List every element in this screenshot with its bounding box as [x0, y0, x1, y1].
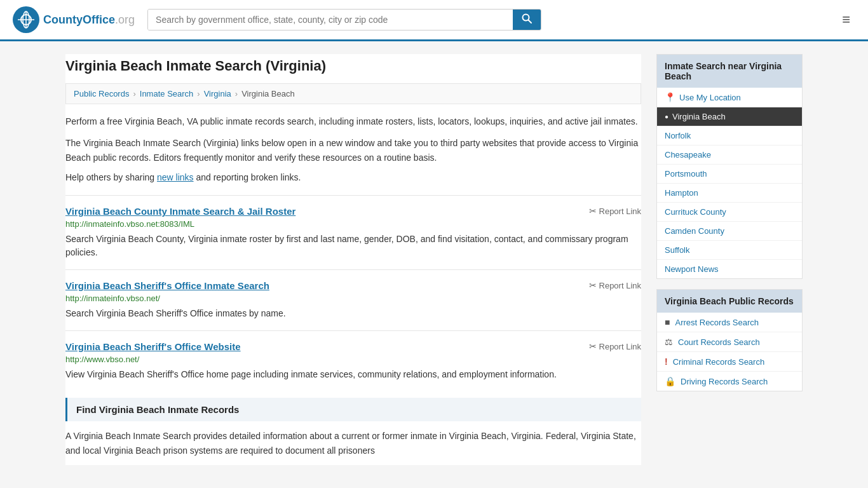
new-links[interactable]: new links: [157, 172, 194, 182]
breadcrumb: Public Records › Inmate Search › Virgini…: [65, 83, 641, 104]
court-icon: ⚖: [665, 337, 673, 347]
sidebar-driving-records[interactable]: 🔒 Driving Records Search: [657, 372, 802, 391]
result-header-3: Virginia Beach Sheriff's Office Website …: [65, 341, 641, 352]
result-url-3[interactable]: http://www.vbso.net/: [65, 355, 641, 364]
location-icon: 📍: [665, 92, 675, 102]
sidebar-item-virginia-beach[interactable]: ● Virginia Beach: [657, 107, 802, 126]
result-title-2[interactable]: Virginia Beach Sheriff's Office Inmate S…: [65, 280, 269, 291]
sidebar-criminal-records[interactable]: ! Criminal Records Search: [657, 352, 802, 372]
sidebar-item-chesapeake[interactable]: Chesapeake: [657, 146, 802, 165]
result-card-3: Virginia Beach Sheriff's Office Website …: [65, 330, 641, 391]
result-desc-1: Search Virginia Beach County, Virginia i…: [65, 233, 641, 259]
result-title-3[interactable]: Virginia Beach Sheriff's Office Website: [65, 341, 241, 352]
result-title-1[interactable]: Virginia Beach County Inmate Search & Ja…: [65, 206, 295, 217]
nearby-section-title: Inmate Search near Virginia Beach: [657, 55, 802, 88]
sidebar-item-hampton[interactable]: Hampton: [657, 184, 802, 203]
criminal-icon: !: [665, 356, 668, 367]
sidebar: Inmate Search near Virginia Beach 📍 Use …: [656, 54, 803, 465]
report-icon-3: ✂: [589, 341, 597, 351]
svg-line-6: [529, 20, 532, 24]
sidebar-arrest-records[interactable]: ■ Arrest Records Search: [657, 313, 802, 332]
find-section-header: Find Virginia Beach Inmate Records: [65, 398, 641, 421]
find-section-body: A Virginia Beach Inmate Search provides …: [65, 421, 641, 465]
result-header-1: Virginia Beach County Inmate Search & Ja…: [65, 206, 641, 217]
sidebar-court-records[interactable]: ⚖ Court Records Search: [657, 332, 802, 352]
breadcrumb-public-records[interactable]: Public Records: [74, 89, 129, 98]
result-card-2: Virginia Beach Sheriff's Office Inmate S…: [65, 269, 641, 330]
report-icon-2: ✂: [589, 280, 597, 290]
driving-icon: 🔒: [665, 376, 675, 386]
logo-icon: [13, 6, 39, 33]
result-url-1[interactable]: http://inmateinfo.vbso.net:8083/IML: [65, 219, 641, 229]
logo-text: CountyOffice.org: [43, 13, 135, 27]
page-title: Virginia Beach Inmate Search (Virginia): [65, 54, 641, 74]
main-content: Virginia Beach Inmate Search (Virginia) …: [65, 54, 641, 465]
report-link-1[interactable]: ✂ Report Link: [589, 206, 641, 216]
report-link-3[interactable]: ✂ Report Link: [589, 341, 641, 351]
active-dot: ●: [665, 113, 668, 120]
arrest-icon: ■: [665, 317, 670, 327]
breadcrumb-current: Virginia Beach: [241, 89, 295, 98]
search-input[interactable]: [148, 10, 513, 30]
report-icon-1: ✂: [589, 206, 597, 216]
result-desc-2: Search Virginia Beach Sheriff's Office i…: [65, 307, 641, 320]
sidebar-item-camden[interactable]: Camden County: [657, 222, 802, 241]
sidebar-item-portsmouth[interactable]: Portsmouth: [657, 165, 802, 184]
sidebar-item-norfolk[interactable]: Norfolk: [657, 126, 802, 146]
use-my-location[interactable]: 📍 Use My Location: [657, 88, 802, 107]
search-button[interactable]: [513, 10, 541, 30]
search-bar: [147, 9, 541, 30]
public-records-section-title: Virginia Beach Public Records: [657, 290, 802, 313]
public-records-section: Virginia Beach Public Records ■ Arrest R…: [656, 289, 803, 391]
intro-paragraph-1: Perform a free Virginia Beach, VA public…: [65, 114, 641, 128]
page-container: Virginia Beach Inmate Search (Virginia) …: [53, 41, 815, 478]
result-url-2[interactable]: http://inmateinfo.vbso.net/: [65, 294, 641, 303]
sidebar-item-currituck[interactable]: Currituck County: [657, 203, 802, 222]
breadcrumb-virginia[interactable]: Virginia: [204, 89, 231, 98]
result-header-2: Virginia Beach Sheriff's Office Inmate S…: [65, 280, 641, 291]
result-card-1: Virginia Beach County Inmate Search & Ja…: [65, 195, 641, 269]
sidebar-item-suffolk[interactable]: Suffolk: [657, 241, 802, 260]
breadcrumb-inmate-search[interactable]: Inmate Search: [140, 89, 194, 98]
nearby-section: Inmate Search near Virginia Beach 📍 Use …: [656, 54, 803, 279]
help-text: Help others by sharing new links and rep…: [65, 172, 641, 182]
header: CountyOffice.org ≡: [0, 0, 868, 41]
menu-icon[interactable]: ≡: [837, 9, 855, 30]
sidebar-item-newport-news[interactable]: Newport News: [657, 260, 802, 278]
report-link-2[interactable]: ✂ Report Link: [589, 280, 641, 290]
logo[interactable]: CountyOffice.org: [13, 6, 135, 33]
result-desc-3: View Virginia Beach Sheriff's Office hom…: [65, 368, 641, 381]
intro-paragraph-2: The Virginia Beach Inmate Search (Virgin…: [65, 136, 641, 165]
